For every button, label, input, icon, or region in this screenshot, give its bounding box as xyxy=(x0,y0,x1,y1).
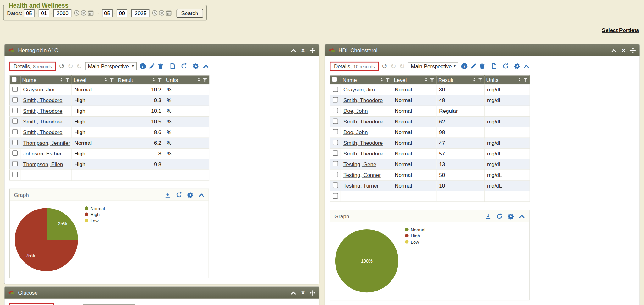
portlet-header[interactable]: Glucose × xyxy=(4,287,319,299)
row-checkbox[interactable] xyxy=(12,140,18,145)
patient-link[interactable]: Thompson, Ellen xyxy=(23,161,63,167)
patient-link[interactable]: Grayson, Jim xyxy=(343,87,375,93)
close-icon[interactable]: × xyxy=(301,47,305,53)
refresh-disabled-icon[interactable]: ↻ xyxy=(399,63,405,69)
select-all-checkbox[interactable] xyxy=(12,77,17,82)
row-checkbox[interactable] xyxy=(12,161,18,166)
patient-link[interactable]: Smith, Theodore xyxy=(343,118,383,125)
edit-icon[interactable] xyxy=(470,63,477,69)
gear-icon[interactable] xyxy=(187,192,194,198)
refresh-icon[interactable] xyxy=(502,63,509,69)
column-header-name[interactable]: Name xyxy=(22,77,36,83)
row-checkbox[interactable] xyxy=(333,97,338,102)
row-checkbox[interactable] xyxy=(12,172,18,177)
filter-icon[interactable] xyxy=(109,77,114,83)
row-checkbox[interactable] xyxy=(12,97,18,102)
patient-link[interactable]: Doe, John xyxy=(343,108,368,114)
gear-icon[interactable] xyxy=(514,63,520,69)
sort-icon[interactable] xyxy=(59,77,64,83)
sort-icon[interactable] xyxy=(103,77,108,83)
collapse-icon[interactable] xyxy=(291,291,296,295)
row-checkbox[interactable] xyxy=(12,118,18,124)
patient-link[interactable]: Grayson, Jim xyxy=(23,87,54,93)
row-checkbox[interactable] xyxy=(333,118,338,124)
row-checkbox[interactable] xyxy=(333,129,338,134)
patient-link[interactable]: Testing, Conner xyxy=(343,172,381,178)
select-all-checkbox[interactable] xyxy=(332,77,337,82)
sort-icon[interactable] xyxy=(380,77,384,83)
close-icon[interactable]: × xyxy=(621,47,625,53)
patient-link[interactable]: Testing, Turner xyxy=(343,182,379,189)
row-checkbox[interactable] xyxy=(12,150,18,156)
sort-icon[interactable] xyxy=(424,77,428,83)
patient-link[interactable]: Doe, John xyxy=(343,129,368,135)
from-month-input[interactable] xyxy=(24,9,34,17)
refresh-icon[interactable] xyxy=(496,213,503,220)
perspective-select[interactable]: Main Perspective ▾ xyxy=(408,62,458,70)
calendar-icon[interactable] xyxy=(88,10,94,17)
filter-icon[interactable] xyxy=(65,77,70,83)
clear-date-icon[interactable] xyxy=(159,10,165,17)
search-button[interactable]: Search xyxy=(177,9,203,18)
row-checkbox[interactable] xyxy=(333,161,338,166)
info-icon[interactable]: i xyxy=(461,63,467,69)
column-header-name[interactable]: Name xyxy=(342,77,357,83)
filter-icon[interactable] xyxy=(385,77,390,83)
refresh-icon[interactable] xyxy=(181,63,187,69)
patient-link[interactable]: Johnson, Esther xyxy=(23,150,62,157)
filter-icon[interactable] xyxy=(478,77,483,83)
column-header-units[interactable]: Units xyxy=(166,77,178,83)
download-icon[interactable] xyxy=(165,192,171,198)
row-checkbox[interactable] xyxy=(333,193,338,199)
portlet-header[interactable]: Hemoglobin A1C × xyxy=(4,44,319,56)
row-checkbox[interactable] xyxy=(333,86,338,92)
filter-icon[interactable] xyxy=(157,77,162,83)
select-portlets-link[interactable]: Select Portlets xyxy=(602,27,639,33)
download-icon[interactable] xyxy=(485,213,491,220)
portlet-header[interactable]: HDL Cholesterol × xyxy=(325,44,639,56)
collapse-section-icon[interactable] xyxy=(519,214,525,218)
collapse-icon[interactable] xyxy=(611,48,617,52)
edit-icon[interactable] xyxy=(149,63,155,69)
column-header-units[interactable]: Units xyxy=(486,77,498,83)
column-header-level[interactable]: Level xyxy=(394,77,407,83)
refresh-disabled-icon[interactable]: ↻ xyxy=(76,63,82,69)
row-checkbox[interactable] xyxy=(333,140,338,145)
calendar-icon[interactable] xyxy=(166,10,172,17)
clear-date-icon[interactable] xyxy=(80,10,87,17)
filter-icon[interactable] xyxy=(203,77,208,83)
row-checkbox[interactable] xyxy=(333,172,338,177)
column-header-result[interactable]: Result xyxy=(118,77,133,83)
to-year-input[interactable] xyxy=(131,9,149,17)
row-checkbox[interactable] xyxy=(12,129,18,134)
collapse-icon[interactable] xyxy=(291,48,296,52)
row-checkbox[interactable] xyxy=(12,108,18,113)
row-checkbox[interactable] xyxy=(333,182,338,188)
gear-icon[interactable] xyxy=(508,213,514,220)
filter-icon[interactable] xyxy=(523,77,528,83)
sort-icon[interactable] xyxy=(517,77,521,83)
row-checkbox[interactable] xyxy=(12,86,18,92)
undo-icon[interactable]: ↺ xyxy=(59,63,65,69)
collapse-section-icon[interactable] xyxy=(203,64,209,68)
gear-icon[interactable] xyxy=(193,63,199,69)
refresh-icon[interactable] xyxy=(176,192,182,198)
redo-icon[interactable]: ↻ xyxy=(68,63,74,69)
collapse-section-icon[interactable] xyxy=(198,193,205,197)
today-icon[interactable] xyxy=(152,10,158,17)
redo-icon[interactable]: ↻ xyxy=(391,63,397,69)
close-icon[interactable]: × xyxy=(301,290,305,296)
sort-icon[interactable] xyxy=(197,77,201,83)
from-day-input[interactable] xyxy=(39,9,49,17)
row-checkbox[interactable] xyxy=(333,108,338,113)
column-header-level[interactable]: Level xyxy=(74,77,86,83)
info-icon[interactable]: i xyxy=(140,63,146,69)
delete-icon[interactable] xyxy=(158,63,164,69)
filter-icon[interactable] xyxy=(430,77,435,83)
patient-link[interactable]: Smith, Theodore xyxy=(343,97,383,104)
column-header-result[interactable]: Result xyxy=(438,77,453,83)
to-day-input[interactable] xyxy=(117,9,127,17)
patient-link[interactable]: Smith, Theodore xyxy=(23,129,62,135)
from-year-input[interactable] xyxy=(53,9,71,17)
to-month-input[interactable] xyxy=(102,9,112,17)
